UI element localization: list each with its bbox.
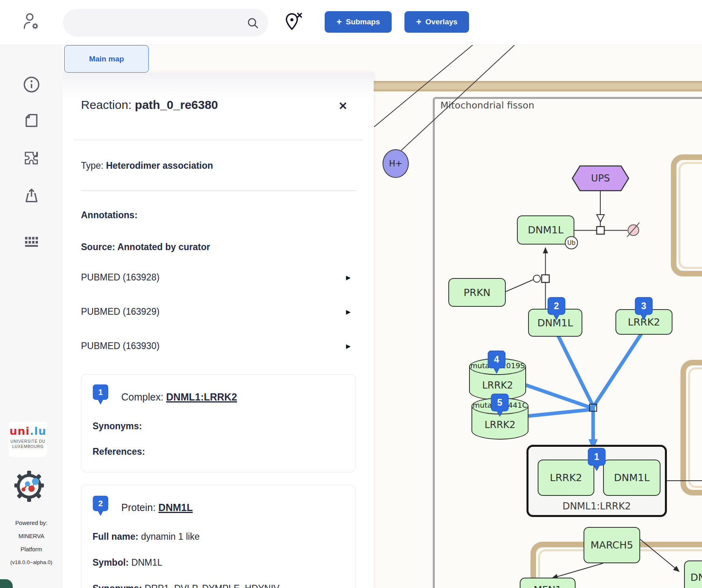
source-label: Source: [81, 242, 117, 252]
panel-pin-1: 1 [93, 384, 108, 406]
tab-main-map[interactable]: Main map [64, 45, 149, 73]
submaps-button-label: Submaps [346, 18, 380, 26]
unilu-uni: uni [10, 425, 30, 437]
reaction-details-panel: Reaction: path_0_re6380 ✕ Type: Heterodi… [63, 73, 374, 588]
clear-pins-icon[interactable] [282, 10, 303, 33]
pubmed-row[interactable]: PUBMED (163930) ▶ [81, 341, 351, 351]
unilu-line2: LUXEMBOURG [9, 444, 47, 449]
synonyms-value: DRP1, DVLP, DYMPLE, HDYNIV [144, 583, 279, 588]
panel-title: Reaction: path_0_re6380 [81, 98, 218, 112]
top-header-bar: + Submaps + Overlays [0, 0, 702, 45]
node-label: LRRK2 [469, 380, 526, 391]
ubiquitin-badge: Ub [565, 236, 578, 249]
full-name-value: dynamin 1 like [141, 531, 199, 542]
panel-pin-2: 2 [93, 495, 108, 518]
map-pin-1[interactable]: 1 [588, 448, 606, 473]
map-pin-5[interactable]: 5 [491, 393, 509, 419]
node-label: LRRK2 [471, 419, 528, 430]
plus-icon: + [337, 18, 342, 27]
expand-arrow-icon[interactable]: ▶ [346, 308, 351, 316]
unilu-subtitle: UNIVERSITÉ DU LUXEMBOURG [9, 439, 47, 449]
pubmed-label: PUBMED (163928) [81, 272, 160, 283]
organelle-top-right [671, 154, 702, 276]
pin-number: 2 [554, 301, 559, 311]
compartment-label: Mitochondrial fisson [440, 100, 534, 111]
unilu-logo: uni.lu UNIVERSITÉ DU LUXEMBOURG [9, 422, 47, 457]
document-icon[interactable] [23, 112, 40, 129]
node-ups[interactable]: UPS [572, 166, 629, 191]
user-settings-icon[interactable] [21, 10, 41, 33]
symbol-value: DNM1L [131, 557, 162, 568]
powered-by-line1: Powered by: [0, 520, 63, 526]
powered-by-line3: Platform [0, 546, 63, 552]
left-sidebar: uni.lu UNIVERSITÉ DU LUXEMBOURG [0, 45, 63, 588]
search-icon[interactable] [246, 17, 259, 30]
node-mfn1-clipped[interactable]: MFN1 [520, 578, 576, 588]
synonyms-label: Synonyms: [93, 583, 144, 588]
pin-number: 3 [641, 301, 647, 311]
pubmed-label: PUBMED (163930) [81, 341, 160, 351]
panel-title-value: path_0_re6380 [135, 98, 218, 111]
node-h-plus[interactable]: H+ [383, 149, 409, 178]
divider [74, 140, 363, 140]
info-icon[interactable] [23, 76, 40, 93]
pubmed-row[interactable]: PUBMED (163929) ▶ [81, 306, 351, 317]
search-bar[interactable] [63, 9, 268, 37]
overlays-button[interactable]: + Overlays [404, 11, 469, 33]
pin-number: 1 [594, 452, 599, 462]
entity-link[interactable]: DNML1:LRRK2 [166, 391, 237, 403]
expand-arrow-icon[interactable]: ▶ [346, 343, 351, 350]
search-input[interactable] [74, 9, 243, 37]
membrane-band [374, 81, 702, 91]
kind-label: Protein: [121, 502, 158, 513]
references-label: References: [93, 446, 145, 457]
annotations-heading: Annotations: [81, 210, 138, 221]
entity-kind-row: Complex: DNML1:LRRK2 [121, 391, 237, 403]
type-value: Heterodimer association [106, 160, 213, 171]
expand-arrow-icon[interactable]: ▶ [346, 274, 351, 281]
symbol-row: Symbol: DNM1L [93, 557, 162, 568]
pin-number: 2 [98, 499, 103, 508]
node-dn-clipped[interactable]: DN [684, 560, 702, 588]
source-row: Source: Annotated by curator [81, 242, 210, 253]
type-label: Type: [81, 160, 106, 171]
plugins-puzzle-icon[interactable] [23, 149, 40, 167]
overlays-button-label: Overlays [426, 18, 457, 26]
synonyms-label: Synonyms: [93, 421, 142, 432]
symbol-label: Symbol: [93, 557, 131, 568]
plus-icon: + [416, 18, 421, 27]
complex-label: DNML1:LRRK2 [528, 501, 665, 512]
pin-number: 1 [98, 387, 103, 397]
complex-member-dnm1l[interactable]: DNM1L [603, 460, 661, 496]
bottom-left-corner-element [0, 579, 13, 588]
synonyms-row: Synonyms: DRP1, DVLP, DYMPLE, HDYNIV [93, 583, 280, 588]
powered-by-line2: MINERVA [0, 533, 63, 539]
pubmed-label: PUBMED (163929) [81, 306, 160, 317]
entity-kind-row: Protein: DNM1L [121, 502, 193, 513]
map-pin-3[interactable]: 3 [635, 297, 653, 322]
organelle-mid-right [680, 360, 702, 495]
submaps-button[interactable]: + Submaps [325, 11, 392, 33]
source-value: Annotated by curator [117, 242, 210, 252]
kind-label: Complex: [121, 391, 166, 403]
map-pin-4[interactable]: 4 [487, 350, 506, 376]
close-icon[interactable]: ✕ [338, 100, 347, 112]
complex-member-lrrk2[interactable]: LRRK2 [538, 460, 594, 496]
legend-keyboard-icon[interactable] [23, 232, 40, 250]
minerva-gear-logo [13, 468, 45, 504]
panel-title-prefix: Reaction: [81, 98, 135, 111]
map-pin-2[interactable]: 2 [547, 297, 566, 322]
full-name-row: Full name: dynamin 1 like [93, 531, 199, 542]
unilu-lu: .lu [30, 425, 46, 437]
participant-card-protein: 2 Protein: DNM1L Full name: dynamin 1 li… [81, 485, 356, 588]
unilu-wordmark: uni.lu [9, 425, 47, 437]
export-icon[interactable] [23, 187, 40, 204]
panel-top-gradient [63, 73, 374, 98]
node-prkn[interactable]: PRKN [448, 278, 506, 307]
reaction-type-row: Type: Heterodimer association [81, 160, 213, 171]
pubmed-row[interactable]: PUBMED (163928) ▶ [81, 272, 351, 283]
powered-by-version: (v18.0.0~alpha.0) [0, 559, 63, 565]
entity-link[interactable]: DNM1L [158, 502, 193, 513]
pin-number: 4 [494, 354, 499, 365]
node-march5[interactable]: MARCH5 [584, 527, 640, 563]
